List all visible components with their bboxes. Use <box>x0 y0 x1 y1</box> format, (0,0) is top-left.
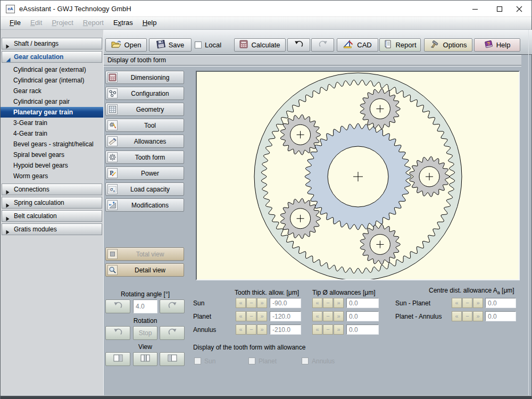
stepper-increment-button: » <box>257 311 267 321</box>
tip-allowance-sun-input[interactable] <box>346 298 379 308</box>
sidebar-item-cylindrical-gear-internal[interactable]: Cylindrical gear (internal) <box>1 75 103 86</box>
allowances-icon <box>107 136 118 146</box>
sidebar-item-3-gear-train[interactable]: 3-Gear train <box>1 118 103 128</box>
save-button[interactable]: Save <box>149 38 192 52</box>
geometry-icon <box>107 104 118 114</box>
rotation-label: Rotation <box>105 317 185 325</box>
tip-allowance-annulus-input[interactable] <box>346 325 379 335</box>
tooth-thickness-header: Tooth thick. allow. [μm] <box>235 289 299 296</box>
sidebar-section-connections[interactable]: Connections <box>2 184 102 195</box>
tooth-thickness-sun-input[interactable] <box>270 298 301 308</box>
power-button[interactable]: P Power <box>105 167 184 180</box>
sidebar-section-gratis-modules[interactable]: Gratis modules <box>2 223 102 235</box>
menu-extras[interactable]: Extras <box>109 17 138 29</box>
allowances-button[interactable]: Allowances <box>105 135 184 148</box>
tip-allowance-planet-input[interactable] <box>346 311 379 321</box>
view-split-right-icon <box>113 354 123 364</box>
centre-distance-planet-annulus-input[interactable] <box>485 311 516 321</box>
sidebar-item-bevel-gears[interactable]: Bevel gears - straight/helical <box>1 139 103 149</box>
rotation-cw-button[interactable] <box>160 326 185 340</box>
rotation-stop-button: Stop <box>133 326 157 340</box>
sidebar-section-shaft-bearings[interactable]: Shaft / bearings <box>2 38 102 49</box>
dimensioning-icon <box>107 72 118 82</box>
rotate-ccw-button[interactable] <box>105 300 130 313</box>
stepper-decrement-button: « <box>312 325 322 335</box>
menu-file[interactable]: File <box>5 17 26 29</box>
open-button[interactable]: Open <box>105 38 147 52</box>
calculate-label: Calculate <box>251 41 280 49</box>
load-capacity-button[interactable]: σx Load capacity <box>105 182 184 196</box>
sidebar-section-spring-calculation[interactable]: Spring calculation <box>2 197 102 209</box>
view-split-left-icon <box>168 354 177 364</box>
centre-distance-sun-planet-input[interactable] <box>485 298 516 308</box>
menu-help[interactable]: Help <box>138 17 162 29</box>
section-label: Shaft / bearings <box>14 40 59 47</box>
geometry-button[interactable]: Geometry <box>105 103 184 116</box>
sidebar-item-4-gear-train[interactable]: 4-Gear train <box>1 128 103 139</box>
stepper-decrement-button: « <box>236 311 246 321</box>
total-view-button: Total view <box>105 247 184 261</box>
stepper-reset-button: − <box>323 311 333 321</box>
rotating-angle-input[interactable] <box>133 300 157 313</box>
rotate-ccw-icon <box>113 328 123 338</box>
stepper-decrement-button: « <box>236 298 246 308</box>
sidebar-item-hypoid-bevel-gears[interactable]: Hypoid bevel gears <box>1 160 103 171</box>
tooth-form-button[interactable]: Tooth form <box>105 151 184 164</box>
sidebar-item-worm-gears[interactable]: Worm gears <box>1 171 103 181</box>
rotate-ccw-icon <box>113 302 123 311</box>
dimensioning-button[interactable]: Dimensioning <box>105 71 184 84</box>
detail-view-label: Detail view <box>118 267 184 274</box>
sidebar-item-spiral-bevel-gears[interactable]: Spiral bevel gears <box>1 149 103 160</box>
title-bar: eA eAssistant - GWJ Technology GmbH <box>1 1 531 17</box>
power-label: Power <box>118 170 184 177</box>
view-pane-middle-button[interactable] <box>133 352 157 366</box>
chevron-right-icon <box>6 201 10 211</box>
sidebar-item-cylindrical-gear-external[interactable]: Cylindrical gear (external) <box>1 64 103 75</box>
report-label: Report <box>395 41 416 49</box>
maximize-button[interactable] <box>492 1 508 17</box>
options-button[interactable]: Options <box>424 38 472 52</box>
minimize-button[interactable] <box>467 1 483 17</box>
options-label: Options <box>443 41 467 49</box>
total-view-label: Total view <box>118 251 184 258</box>
rotate-cw-icon <box>168 328 177 338</box>
sidebar-item-cylindrical-gear-pair[interactable]: Cylindrical gear pair <box>1 96 103 107</box>
report-button[interactable]: Report <box>379 38 421 52</box>
calculate-button[interactable]: Calculate <box>234 38 286 52</box>
local-checkbox[interactable] <box>195 41 202 48</box>
open-folder-icon <box>111 40 121 50</box>
rotate-cw-button[interactable] <box>160 300 185 313</box>
magnifier-icon <box>107 265 118 275</box>
report-document-icon <box>384 40 392 50</box>
minimize-icon <box>472 6 478 12</box>
view-pane-left-button[interactable] <box>160 352 185 366</box>
planetary-gear-diagram <box>197 72 519 279</box>
modifications-label: Modifications <box>118 202 184 209</box>
help-button[interactable]: ? Help <box>474 38 520 52</box>
configuration-button[interactable]: Configuration <box>105 87 184 100</box>
view-pane-right-button[interactable] <box>105 352 130 366</box>
stepper-increment-button: » <box>334 311 344 321</box>
sidebar-section-belt-calculation[interactable]: Belt calculation <box>2 210 102 222</box>
tooth-form-canvas[interactable] <box>196 71 520 280</box>
detail-view-button[interactable]: Detail view <box>105 263 184 277</box>
help-book-icon: ? <box>484 40 493 50</box>
close-button[interactable] <box>511 1 527 17</box>
undo-button[interactable] <box>287 38 310 52</box>
rotation-ccw-button[interactable] <box>105 326 130 340</box>
stepper-reset-button: − <box>462 298 472 308</box>
sidebar-item-planetary-gear-train[interactable]: Planetary gear train <box>1 107 103 118</box>
tool-button[interactable]: Tool <box>105 119 184 132</box>
cad-button[interactable]: CAD <box>337 38 378 52</box>
stepper-increment-button: » <box>334 325 344 335</box>
row-label-sun-planet: Sun - Planet <box>395 300 430 307</box>
undo-icon <box>294 40 304 49</box>
modifications-button[interactable]: Modifications <box>105 198 184 212</box>
stepper-increment-button: » <box>334 298 344 308</box>
allowances-label: Allowances <box>118 138 184 145</box>
tooth-thickness-annulus-input[interactable] <box>270 325 301 335</box>
sidebar-item-gear-rack[interactable]: Gear rack <box>1 86 103 96</box>
load-capacity-icon: σx <box>107 184 118 194</box>
sidebar-section-gear-calculation[interactable]: Gear calculation <box>2 51 102 63</box>
tooth-thickness-planet-input[interactable] <box>270 311 301 321</box>
